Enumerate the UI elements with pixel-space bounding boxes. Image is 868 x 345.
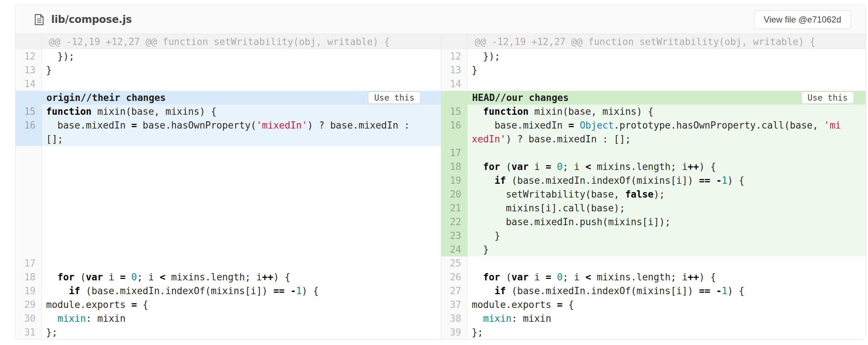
code-line-row: 26 for (var i = 0; i < mixins.length; i+… [441,270,865,284]
use-this-button-ours[interactable]: Use this [801,92,854,104]
line-number [16,174,42,187]
conflict-header-theirs: origin//their changesUse this [16,91,441,105]
code-line-row: 14 [16,77,441,91]
line-number: 14 [441,77,467,91]
card-header: lib/compose.js View file @e71062d [16,5,865,34]
code-line: if (base.mixedIn.indexOf(mixins[i]) == -… [42,284,441,298]
line-number: 13 [16,63,42,77]
code-line-row: 15function mixin(base, mixins) { [16,105,441,118]
line-number: 17 [16,256,42,270]
line-number: 13 [441,63,467,77]
filler-row [16,160,441,174]
hunk-header-text: @@ -12,19 +12,27 @@ function setWritabil… [42,34,441,49]
line-number: 16 [16,118,42,146]
code-line: for (var i = 0; i < mixins.length; i++) … [467,270,865,284]
code-line-row: 13} [16,63,441,77]
code-line: if (base.mixedIn.indexOf(mixins[i]) == -… [467,174,865,187]
code-line-row: 18 for (var i = 0; i < mixins.length; i+… [441,160,865,174]
line-number [16,229,42,243]
code-line-row: 22 base.mixedIn.push(mixins[i]); [441,215,865,229]
code-line: }); [42,49,441,63]
code-line [42,215,441,229]
conflict-label: origin//their changes [16,92,166,103]
line-number: 38 [441,312,467,325]
code-line: mixins[i].call(base); [467,201,865,215]
view-file-button[interactable]: View file @e71062d [754,10,851,29]
line-number: 17 [441,146,467,160]
code-line [42,174,441,187]
line-number [16,243,42,256]
line-number [16,201,42,215]
code-line: }; [467,325,865,339]
code-line-row: 12 }); [16,49,441,63]
hunk-gutter [441,34,467,49]
code-line: mixin: mixin [42,312,441,325]
code-line-row: 16 base.mixedIn = base.hasOwnProperty('m… [16,118,441,146]
hunk-header: @@ -12,19 +12,27 @@ function setWritabil… [16,34,441,49]
line-number: 24 [441,243,467,256]
code-line [467,77,865,91]
line-number: 37 [441,298,467,312]
line-number [16,187,42,201]
code-line: setWritability(base, false); [467,187,865,201]
code-line-row: 23 } [441,229,865,243]
code-line: base.mixedIn = Object.prototype.hasOwnPr… [467,118,865,146]
code-line: }); [467,49,865,63]
diff-body: @@ -12,19 +12,27 @@ function setWritabil… [16,34,865,339]
code-line-row: 18 for (var i = 0; i < mixins.length; i+… [16,270,441,284]
code-line [42,146,441,160]
line-number: 27 [441,284,467,298]
line-number: 29 [16,298,42,312]
line-number: 18 [441,160,467,174]
conflict-label: HEAD//our changes [441,92,569,103]
line-number: 21 [441,201,467,215]
conflict-header-ours: HEAD//our changesUse this [441,91,865,105]
code-line-row: 17 [441,146,865,160]
line-number: 18 [16,270,42,284]
code-line: function mixin(base, mixins) { [467,105,865,118]
use-this-button-theirs[interactable]: Use this [368,92,421,104]
code-line-row: 30 mixin: mixin [16,312,441,325]
line-number: 15 [441,105,467,118]
code-line-row: 20 setWritability(base, false); [441,187,865,201]
code-line: mixin: mixin [467,312,865,325]
filler-row [16,215,441,229]
line-number: 26 [441,270,467,284]
code-line-row: 25 [441,256,865,270]
hunk-header: @@ -12,19 +12,27 @@ function setWritabil… [441,34,865,49]
pane-theirs: @@ -12,19 +12,27 @@ function setWritabil… [16,34,441,339]
code-line [42,201,441,215]
code-line: } [467,63,865,77]
code-line: base.mixedIn.push(mixins[i]); [467,215,865,229]
line-number: 15 [16,105,42,118]
code-line [42,77,441,91]
line-number: 20 [441,187,467,201]
line-number: 30 [16,312,42,325]
code-line [42,187,441,201]
filler-row [16,201,441,215]
code-line [42,160,441,174]
filler-row [16,146,441,160]
code-line-row: 19 if (base.mixedIn.indexOf(mixins[i]) =… [16,284,441,298]
code-line-row: 38 mixin: mixin [441,312,865,325]
line-number [16,215,42,229]
code-line-row: 37module.exports = { [441,298,865,312]
code-line [467,256,865,270]
filler-row [16,243,441,256]
code-line: } [42,63,441,77]
line-number: 16 [441,118,467,146]
file-path-title: lib/compose.js [51,13,132,25]
code-line-row: 15 function mixin(base, mixins) { [441,105,865,118]
line-number: 39 [441,325,467,339]
code-line-row: 39}; [441,325,865,339]
code-line: }; [42,325,441,339]
line-number [16,160,42,174]
code-line [42,229,441,243]
code-line [467,146,865,160]
code-line: for (var i = 0; i < mixins.length; i++) … [42,270,441,284]
hunk-header-text: @@ -12,19 +12,27 @@ function setWritabil… [467,34,865,49]
code-line: module.exports = { [42,298,441,312]
code-line-row: 24 } [441,243,865,256]
code-line-row: 16 base.mixedIn = Object.prototype.hasOw… [441,118,865,146]
code-line: if (base.mixedIn.indexOf(mixins[i]) == -… [467,284,865,298]
